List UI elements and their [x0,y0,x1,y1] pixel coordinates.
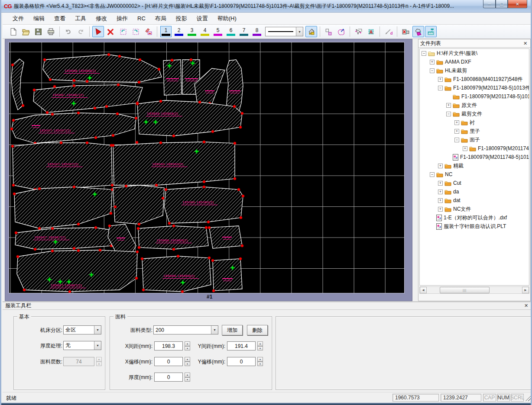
notch-point[interactable] [190,58,192,61]
tree-item-13[interactable]: +精裁 [420,161,529,170]
resize-grip[interactable] [525,395,531,401]
chevron-down-icon[interactable]: ▼ [94,326,101,334]
notch-point[interactable] [203,141,205,143]
notch-point[interactable] [207,221,210,223]
x-offset-stepper[interactable]: ▲▼ [185,357,190,366]
notch-point[interactable] [43,58,46,61]
menu-item-0[interactable]: 文件 [8,13,29,24]
save-button[interactable] [32,26,44,37]
notch-point[interactable] [208,257,211,259]
notch-point[interactable] [110,212,112,215]
notch-point[interactable] [73,79,75,82]
notch-point[interactable] [136,103,139,105]
notch-point[interactable] [234,142,236,145]
tree-item-9[interactable]: +里子 [420,127,529,135]
tree-item-20[interactable]: 服装十字针眼自动认识.PLT [420,222,529,231]
notch-point[interactable] [171,59,173,61]
notch-point[interactable] [77,249,80,252]
expand-icon[interactable]: + [438,77,443,82]
notch-point[interactable] [241,244,243,247]
notch-point[interactable] [138,81,140,84]
fill-piece-button[interactable] [412,26,424,37]
title-bar[interactable]: CG 服装条格软件 <Ver5.4.3_T823><非售品:JW00000002… [1,0,531,13]
tree-item-6[interactable]: +原文件 [420,101,529,109]
notch-point[interactable] [10,128,13,130]
pattern-canvas[interactable]: 185868-185868(2)185887-185887(2)185007-1… [9,42,404,293]
notch-point[interactable] [53,85,56,88]
notch-point[interactable] [234,177,236,180]
collapse-icon[interactable]: − [422,51,426,56]
expand-icon[interactable]: + [430,60,435,64]
notch-point[interactable] [159,100,162,103]
menu-item-6[interactable]: RC [133,13,150,23]
notch-point[interactable] [155,184,158,186]
fill-bucket-button[interactable] [305,26,317,37]
notch-point[interactable] [51,113,54,116]
remove-piece-button[interactable] [400,26,412,37]
tree-item-14[interactable]: −NC [420,170,529,179]
collapse-icon[interactable]: − [430,172,435,177]
tree-item-7[interactable]: −裁剪文件 [420,109,529,118]
notch-point[interactable] [73,186,75,188]
notch-point[interactable] [212,289,215,292]
notch-point[interactable] [137,227,139,230]
tree-item-11[interactable]: +F1-1800979(M2011748-5)1013件 [420,144,529,153]
notch-point[interactable] [94,136,97,139]
rotate-right-button[interactable] [130,26,142,37]
file-tree-hscrollbar[interactable]: ◄ ||| ► [419,286,529,294]
notch-point[interactable] [118,55,121,58]
notch-point[interactable] [211,259,214,262]
pen-color-button-1[interactable]: 1 [160,26,172,37]
notch-point[interactable] [77,112,80,114]
expand-icon[interactable]: + [454,120,459,125]
notch-point[interactable] [73,247,75,250]
menu-item-4[interactable]: 修改 [91,13,112,24]
delete-button[interactable] [105,26,117,37]
notch-point[interactable] [11,145,14,148]
grid-text-button[interactable]: A [365,26,377,37]
notch-point[interactable] [94,107,96,109]
notch-point[interactable] [172,135,175,137]
x-gap-field[interactable] [154,341,183,350]
notch-point[interactable] [13,193,16,195]
notch-point[interactable] [135,277,138,280]
open-button[interactable] [20,26,32,37]
panel-splitter[interactable] [413,39,418,301]
thickness-field[interactable] [154,373,183,382]
tree-item-8[interactable]: +衬 [420,118,529,127]
y-gap-field[interactable] [227,341,256,350]
notch-point[interactable] [181,290,184,293]
print-button[interactable] [45,26,57,37]
pen-color-button-2[interactable]: 2 [173,26,185,37]
notch-point[interactable] [112,144,114,147]
notch-point[interactable] [22,104,24,107]
notch-point[interactable] [172,248,175,251]
notch-point[interactable] [114,206,117,208]
notch-point[interactable] [23,289,26,291]
notch-point[interactable] [116,112,119,115]
pattern-piece-17[interactable] [208,226,243,248]
tree-item-17[interactable]: +dat [420,196,529,205]
pattern-piece-13[interactable]: 185060-185060(2) [164,186,244,225]
pen-color-button-3[interactable]: 3 [186,26,198,37]
tree-item-19[interactable]: 1-E（对称的可以合并）.dxf [420,213,529,222]
pick-piece-button[interactable] [335,26,347,37]
notch-point[interactable] [162,197,164,199]
expand-icon[interactable]: + [438,164,443,168]
notch-point[interactable] [49,78,52,81]
pen-color-button-6[interactable]: 6 [225,26,237,37]
pattern-piece-9[interactable]: 185007-185007(2) [11,141,114,191]
tree-item-3[interactable]: +F1-1800868(M4011927)548件 [420,75,529,84]
pattern-piece-19[interactable]: 185888-185888(2) [141,255,211,293]
notch-point[interactable] [46,111,49,114]
pattern-piece-20[interactable] [211,257,242,292]
notch-point[interactable] [203,186,205,188]
notch-point[interactable] [208,226,211,229]
tree-item-2[interactable]: −HL未裁剪 [420,66,529,75]
undo-button[interactable] [62,26,74,37]
delete-fabric-button[interactable]: 删除 [247,325,268,335]
new-file-button[interactable] [7,26,19,37]
thickness-mode-combo[interactable]: 无 ▼ [63,341,101,350]
notch-point[interactable] [51,250,54,252]
notch-point[interactable] [242,195,244,197]
